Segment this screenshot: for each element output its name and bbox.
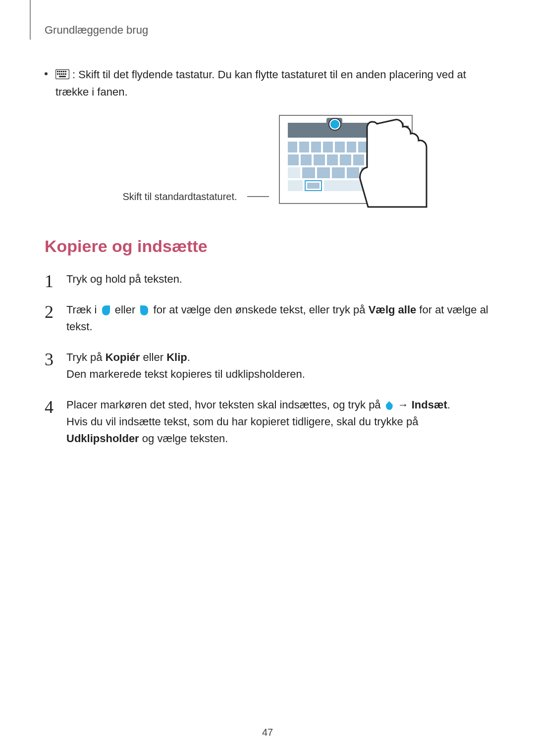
manual-page: Grundlæggende brug : Skift til det flyde… [0, 0, 535, 756]
bullet-item: : Skift til det flydende tastatur. Du ka… [45, 66, 490, 100]
hand-pointer-icon [342, 113, 431, 212]
svg-rect-1 [57, 71, 58, 72]
numbered-steps: Tryk og hold på teksten. Træk i eller fo… [45, 271, 490, 448]
step-item: Tryk og hold på teksten. [45, 271, 490, 288]
side-rule [30, 0, 31, 40]
svg-rect-7 [59, 73, 60, 75]
step-item: Træk i eller for at vælge den ønskede te… [45, 302, 490, 335]
bold-term: Vælg alle [369, 303, 417, 316]
body-content: : Skift til det flydende tastatur. Du ka… [45, 66, 490, 447]
bold-term: Kopiér [106, 351, 140, 363]
bullet-text-after: : Skift til det flydende tastatur. Du ka… [55, 68, 466, 98]
page-number: 47 [0, 727, 535, 738]
section-heading: Kopiere og indsætte [45, 234, 490, 259]
step-text: Hvis du vil indsætte tekst, som du har k… [66, 415, 418, 428]
svg-rect-3 [61, 71, 62, 72]
bullet-text: : Skift til det flydende tastatur. Du ka… [55, 66, 490, 100]
selection-handle-left-icon [102, 305, 110, 315]
step-text: Den markerede tekst kopieres til udklips… [66, 368, 305, 380]
svg-rect-5 [65, 71, 66, 72]
keyboard-illustration: Skift til standardtastaturet. › [45, 115, 490, 204]
svg-rect-2 [59, 71, 60, 72]
selection-handle-right-icon [140, 305, 148, 315]
svg-rect-11 [59, 76, 66, 77]
step-text: og vælge teksten. [139, 432, 228, 445]
bold-term: Udklipsholder [66, 432, 139, 445]
step-text: Træk i [66, 303, 100, 316]
svg-rect-8 [61, 73, 62, 75]
step-text: for at vælge den ønskede tekst, eller tr… [150, 303, 368, 316]
shift-key-icon [288, 167, 301, 178]
svg-rect-9 [63, 73, 64, 75]
step-text: eller [112, 303, 139, 316]
illustration-callout: Skift til standardtastaturet. [122, 189, 237, 204]
bullet-dot-icon [45, 72, 48, 75]
svg-rect-6 [57, 73, 58, 75]
step-text: . [187, 351, 190, 363]
step-text: Placer markøren det sted, hvor teksten s… [66, 399, 384, 411]
step-text: Tryk på [66, 351, 106, 363]
switch-keyboard-key-icon [305, 180, 322, 191]
arrow-right-icon: → [398, 397, 409, 413]
keyboard-mini-icon [55, 67, 69, 84]
bold-term: Indsæt [412, 399, 447, 411]
step-text: . [447, 399, 450, 411]
step-text: eller [140, 351, 166, 363]
callout-leader-line [247, 196, 269, 197]
floating-keyboard-figure: › [279, 115, 413, 204]
step-text: Tryk og hold på teksten. [66, 273, 182, 285]
cursor-handle-icon [386, 401, 393, 410]
bold-term: Klip [166, 351, 187, 363]
touch-point-icon [329, 119, 340, 130]
breadcrumb: Grundlæggende brug [45, 0, 490, 37]
step-item: Tryk på Kopiér eller Klip. Den markerede… [45, 349, 490, 383]
svg-rect-10 [65, 73, 66, 75]
step-item: Placer markøren det sted, hvor teksten s… [45, 397, 490, 447]
svg-rect-4 [63, 71, 64, 72]
